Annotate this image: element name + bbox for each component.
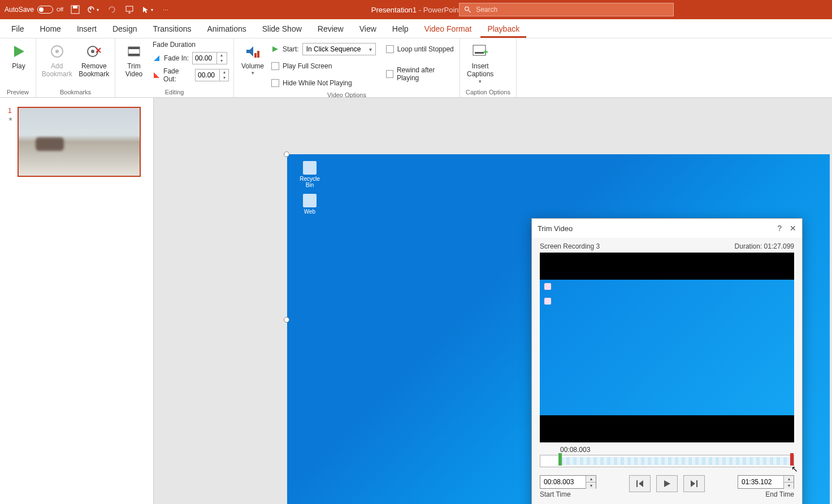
cursor-icon: ↖ [791,464,798,473]
spinner-down-icon[interactable]: ▾ [586,483,596,489]
clip-name: Screen Recording 3 [540,242,600,250]
chevron-down-icon: ▾ [252,70,254,76]
search-input[interactable] [476,6,669,14]
volume-button[interactable]: Volume ▾ [239,41,267,77]
svg-rect-13 [257,51,259,58]
insert-captions-button[interactable]: Insert Captions ▾ [465,41,496,85]
tab-view[interactable]: View [353,21,383,38]
ribbon-tabs: File Home Insert Design Transitions Anim… [0,19,832,38]
tab-review[interactable]: Review [311,21,350,38]
remove-bookmark-button[interactable]: Remove Bookmark [78,41,111,80]
play-icon [9,42,28,61]
close-button[interactable]: ✕ [790,224,796,233]
start-icon [271,45,279,53]
svg-rect-11 [128,54,140,56]
redo-button[interactable] [105,3,118,16]
fade-out-icon [153,71,160,79]
svg-rect-12 [254,53,257,58]
fade-out-spinner[interactable]: ▴▾ [195,69,229,81]
next-frame-button[interactable] [683,475,705,492]
group-preview: Preview [5,88,31,97]
search-icon [464,6,471,14]
resize-handle[interactable] [284,151,289,157]
play-pause-button[interactable] [656,475,678,492]
full-screen-label: Play Full Screen [283,62,332,70]
help-button[interactable]: ? [777,224,782,233]
trim-start-handle[interactable] [557,453,563,470]
hide-checkbox[interactable] [271,79,279,87]
autosave-toggle[interactable]: AutoSave Off [5,6,63,14]
trim-video-button[interactable]: Trim Video [120,41,148,80]
tab-insert[interactable]: Insert [70,21,103,38]
spinner-down-icon[interactable]: ▾ [784,483,794,489]
tab-slideshow[interactable]: Slide Show [255,21,309,38]
tab-video-format[interactable]: Video Format [418,21,479,38]
rewind-checkbox[interactable] [386,70,393,78]
svg-line-4 [468,10,470,12]
tab-playback[interactable]: Playback [480,21,526,38]
tab-home[interactable]: Home [33,21,68,38]
fade-in-label: Fade In: [164,54,189,62]
customize-qat[interactable]: ⋯ [159,3,172,16]
desktop-recycle-bin: Recycle Bin [297,161,322,188]
spinner-down-icon[interactable]: ▾ [220,75,228,81]
resize-handle[interactable] [284,317,289,323]
app-name: PowerPoint [423,6,461,14]
title-bar: AutoSave Off ▾ ▾ ⋯ Presentation1 - Power… [0,0,832,19]
svg-rect-1 [73,6,77,8]
slide-canvas[interactable]: Recycle Bin Web Trim Video ? ✕ Screen Re… [154,98,832,504]
svg-rect-14 [473,45,486,55]
autosave-state: Off [57,7,63,12]
search-box[interactable] [459,3,674,16]
bookmark-add-icon [47,42,67,61]
chevron-down-icon: ▾ [479,79,482,84]
spinner-down-icon[interactable]: ▾ [217,58,226,64]
spinner-up-icon[interactable]: ▴ [586,476,596,483]
svg-point-3 [465,7,469,11]
prev-frame-button[interactable] [629,475,651,492]
trim-icon [124,42,144,61]
spinner-up-icon[interactable]: ▴ [217,53,226,58]
preview-desktop-icon [544,298,551,305]
svg-rect-2 [126,6,133,11]
save-icon[interactable] [69,3,81,16]
tab-file[interactable]: File [5,21,31,38]
end-time-label: End Time [765,490,794,498]
tab-transitions[interactable]: Transitions [146,21,198,38]
end-time-input[interactable]: ▴▾ [738,475,794,489]
toggle-off-icon [37,6,53,14]
tab-design[interactable]: Design [106,21,144,38]
svg-rect-16 [636,480,638,487]
video-preview [540,253,794,442]
fade-in-spinner[interactable]: ▴▾ [192,52,227,64]
fade-in-value[interactable] [193,53,216,63]
desktop-web: Web [297,194,322,215]
tab-animations[interactable]: Animations [200,21,253,38]
spinner-up-icon[interactable]: ▴ [220,69,228,75]
add-bookmark-button: Add Bookmark [41,41,73,80]
start-select[interactable]: In Click Sequence [302,43,376,55]
full-screen-checkbox[interactable] [271,62,279,70]
trim-video-dialog: Trim Video ? ✕ Screen Recording 3 Durati… [531,218,803,504]
play-button[interactable]: Play [5,41,33,71]
start-time-value[interactable] [540,476,586,488]
animation-star-icon: ★ [8,116,13,122]
document-name: Presentation1 [371,6,417,14]
end-time-value[interactable] [738,476,783,488]
svg-point-6 [55,50,59,53]
svg-rect-17 [696,480,697,487]
loop-checkbox[interactable] [386,45,394,53]
rewind-label: Rewind after Playing [397,66,455,82]
slide-panel: 1 ★ [0,98,154,504]
present-icon[interactable] [123,3,136,16]
pointer-icon[interactable]: ▾ [141,3,154,16]
tab-help[interactable]: Help [385,21,415,38]
trim-timeline[interactable]: ↖ [540,455,794,467]
spinner-up-icon[interactable]: ▴ [784,476,794,483]
slide-thumbnail[interactable] [18,107,141,177]
start-time-input[interactable]: ▴▾ [540,475,596,489]
loop-label: Loop until Stopped [397,45,454,53]
undo-button[interactable]: ▾ [87,3,99,16]
start-time-label: Start Time [540,490,596,498]
fade-out-value[interactable] [196,70,219,80]
